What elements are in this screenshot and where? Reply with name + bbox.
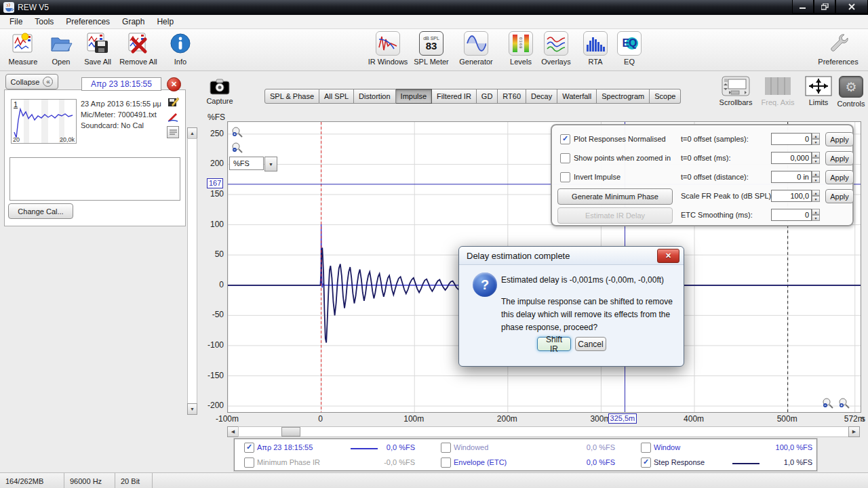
t0-ms-field[interactable]: 0,000 — [771, 152, 812, 164]
menu-preferences[interactable]: Preferences — [60, 16, 115, 28]
etc-smoothing-field[interactable]: 0 — [771, 209, 812, 221]
invert-impulse-checkbox[interactable] — [560, 172, 570, 182]
tab-impulse[interactable]: Impulse — [396, 89, 433, 104]
chevron-down-icon[interactable]: ▼ — [264, 157, 277, 171]
zoom-out-y-icon[interactable] — [231, 142, 243, 154]
generator-button[interactable]: Generator — [454, 30, 498, 66]
scrollbars-button[interactable]: Scrollbars — [716, 76, 755, 106]
generate-minimum-phase-button[interactable]: Generate Minimum Phase — [557, 188, 673, 205]
trace-legend — [234, 439, 817, 471]
spl-meter-button[interactable]: dB SPL 83 SPL Meter — [410, 30, 453, 66]
capture-button[interactable]: Capture — [202, 79, 237, 105]
scrollbar-track[interactable] — [187, 138, 197, 405]
preferences-button[interactable]: Preferences — [816, 30, 860, 66]
scroll-right-icon[interactable]: ▶ — [848, 426, 860, 437]
levels-label: Levels — [510, 58, 532, 66]
t0-distance-field[interactable]: 0 in — [771, 171, 812, 183]
y-axis-unit-label: %FS — [208, 113, 225, 122]
menu-help[interactable]: Help — [151, 16, 179, 28]
change-cal-button[interactable]: Change Cal... — [8, 203, 73, 219]
etc-smoothing-spinner[interactable]: ▲▼ — [812, 209, 820, 221]
measurement-name-field[interactable]: Απρ 23 18:15:55 — [81, 77, 161, 91]
levels-icon: 0369 — [508, 30, 534, 56]
eq-icon: EQ — [616, 30, 642, 56]
menu-tools[interactable]: Tools — [29, 16, 59, 28]
open-folder-icon — [48, 30, 74, 56]
windowed-checkbox[interactable] — [441, 443, 451, 453]
scroll-left-icon[interactable]: ◀ — [227, 426, 239, 437]
menu-graph[interactable]: Graph — [117, 16, 150, 28]
measurement-notes-box[interactable] — [9, 157, 180, 201]
shift-ir-button[interactable]: Shift IR — [537, 337, 571, 351]
apply-t0-samples-button[interactable]: Apply — [825, 132, 854, 146]
t0-samples-spinner[interactable]: ▲▼ — [812, 133, 820, 145]
tab-filtered-ir[interactable]: Filtered IR — [432, 89, 477, 104]
tab-gd[interactable]: GD — [477, 89, 498, 104]
minimum-phase-checkbox[interactable] — [244, 458, 254, 468]
apply-scale-fr-button[interactable]: Apply — [825, 189, 854, 203]
zoom-out-x-icon[interactable] — [822, 397, 833, 409]
graph-horizontal-scrollbar[interactable]: ◀ ▶ — [227, 426, 860, 437]
close-button[interactable] — [835, 0, 868, 14]
save-all-button[interactable]: Save All — [76, 30, 119, 66]
info-button[interactable]: Info — [159, 30, 202, 66]
scrollbar-thumb[interactable] — [281, 427, 300, 436]
dialog-close-icon[interactable]: ✕ — [657, 249, 679, 263]
tab-spl-phase[interactable]: SPL & Phase — [264, 89, 319, 104]
plot-normalised-checkbox[interactable]: ✓ — [560, 134, 570, 144]
tab-all-spl[interactable]: All SPL — [319, 89, 354, 104]
trace-pen-icon[interactable] — [167, 111, 179, 123]
zoom-in-x-icon[interactable] — [838, 397, 850, 409]
tab-distortion[interactable]: Distortion — [354, 89, 395, 104]
scale-fr-peak-field[interactable]: 100,0 — [771, 190, 812, 202]
controls-gear-icon: ⚙ — [839, 76, 863, 98]
step-response-value: 1,0 %FS — [764, 458, 812, 466]
app-icon — [3, 2, 14, 13]
t0-ms-spinner[interactable]: ▲▼ — [812, 152, 820, 164]
delete-measurement-icon[interactable]: ✕ — [167, 77, 181, 92]
y-unit-selector[interactable]: %FS ▼ — [229, 157, 277, 170]
t0-samples-field[interactable]: 0 — [771, 133, 812, 145]
envelope-checkbox[interactable] — [441, 458, 451, 468]
dialog-title-bar[interactable]: Delay estimation complete — [459, 247, 684, 265]
scale-fr-peak-spinner[interactable]: ▲▼ — [812, 190, 820, 202]
step-response-checkbox[interactable]: ✓ — [641, 458, 651, 468]
zoom-in-y-icon[interactable] — [231, 126, 243, 138]
t0-distance-spinner[interactable]: ▲▼ — [812, 171, 820, 183]
measure-button[interactable]: Measure — [1, 30, 45, 66]
cursor-x-readout: 325,5m — [608, 413, 637, 424]
x-tick-label: -100m — [208, 414, 246, 424]
restore-button[interactable] — [814, 0, 835, 14]
collapse-chevron-icon: « — [43, 77, 53, 87]
x-tick-label: 400m — [675, 414, 713, 424]
t0-ms-label: t=0 offset (ms): — [681, 154, 730, 162]
tab-scope[interactable]: Scope — [650, 89, 681, 104]
apply-t0-ms-button[interactable]: Apply — [825, 151, 854, 165]
window-checkbox[interactable] — [641, 443, 651, 453]
trace-checkbox-measurement[interactable]: ✓ — [244, 443, 254, 453]
tab-rt60[interactable]: RT60 — [498, 89, 526, 104]
eq-button[interactable]: EQ EQ — [608, 30, 651, 66]
controls-button[interactable]: ⚙ Controls — [831, 76, 868, 108]
menu-file[interactable]: File — [4, 16, 28, 28]
overlays-button[interactable]: Overlays — [534, 30, 578, 66]
notes-icon[interactable] — [167, 126, 179, 138]
measurement-thumbnail[interactable]: 1 20 20,0k — [11, 99, 77, 144]
preferences-wrench-icon — [825, 30, 851, 56]
tab-decay[interactable]: Decay — [526, 89, 557, 104]
remove-all-button[interactable]: Remove All — [117, 30, 160, 66]
minimize-button[interactable] — [792, 0, 814, 14]
show-points-checkbox[interactable] — [560, 153, 570, 163]
scrollbar-track[interactable] — [238, 426, 849, 437]
minimum-phase-label: Minimum Phase IR — [257, 458, 320, 466]
tab-spectrogram[interactable]: Spectrogram — [597, 89, 650, 104]
y-tick-label: 0 — [182, 280, 224, 289]
remove-all-label: Remove All — [119, 58, 157, 66]
ir-windows-button[interactable]: IR Windows — [366, 30, 410, 66]
collapse-button[interactable]: Collapse « — [5, 74, 58, 89]
apply-t0-distance-button[interactable]: Apply — [825, 170, 854, 184]
toolbar: Measure Open Save All Remove All Info IR… — [0, 28, 868, 71]
save-measurement-icon[interactable] — [167, 95, 179, 107]
cancel-button[interactable]: Cancel — [575, 337, 606, 351]
tab-waterfall[interactable]: Waterfall — [557, 89, 597, 104]
